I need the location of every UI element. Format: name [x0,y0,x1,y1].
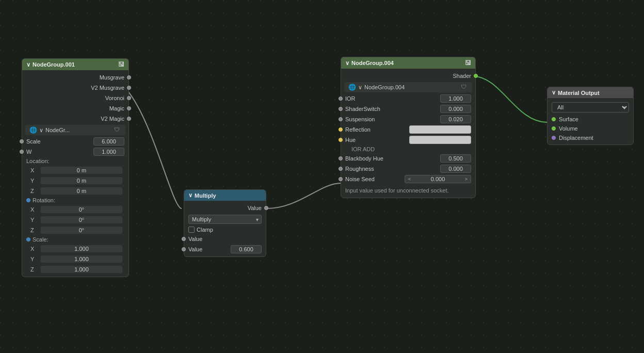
nodegroup004-title: NodeGroup.004 [351,60,394,66]
blackbody-hue-socket[interactable] [339,156,343,161]
all-dropdown-select[interactable]: All [552,102,629,113]
scale-row: Scale 6.000 [22,136,128,147]
v2musgrave-socket[interactable] [127,86,131,90]
location-label: Location: [22,157,128,165]
multiply-output-socket[interactable] [264,206,268,210]
material-output-header[interactable]: ∨ Material Output [548,87,633,98]
nodegroup001-inner-header: 🌐 ∨ NodeGr... 🛡 [25,125,125,135]
reflection-socket[interactable] [339,127,343,132]
location-z-value[interactable]: 0 m [41,187,122,195]
multiply-input1-socket[interactable] [182,237,186,241]
displacement-row: Displacement [548,133,633,142]
location-x-row: X 0 m [22,165,128,175]
clamp-row: Clamp [184,226,266,234]
noise-seed-left-arrow[interactable]: < [408,176,411,182]
all-dropdown-container[interactable]: All ▾ [552,102,629,113]
rotation-x-value[interactable]: 0° [41,206,122,213]
displacement-label: Displacement [559,135,593,141]
nodegroup004-header[interactable]: ∨ NodeGroup.004 🖫 [341,57,475,69]
volume-label: Volume [559,125,578,132]
multiply-input2-socket[interactable] [182,247,186,251]
scale-y-value[interactable]: 1.000 [41,255,122,263]
nodegroup004-body: Shader 🌐 ∨ NodeGroup.004 🛡 IOR 1.000 Sha… [341,69,475,198]
noise-seed-socket[interactable] [339,177,343,181]
shader-output-row: Shader [341,71,475,81]
output-musgrave: Musgrave [22,72,128,83]
musgrave-socket[interactable] [127,75,131,79]
w-socket[interactable] [20,150,24,154]
nodegroup004-save-icon[interactable]: 🖫 [465,59,471,67]
location-y-value[interactable]: 0 m [41,177,122,184]
blackbody-hue-value[interactable]: 0.500 [440,154,471,163]
w-row: W 1.000 [22,147,128,157]
multiply-node: ∨ Multiply Value Multiply Clamp Value [184,189,266,257]
multiply-operation-dropdown[interactable]: Multiply [188,215,262,224]
scale-value[interactable]: 6.000 [93,137,124,146]
magic-socket[interactable] [127,106,131,110]
rotation-label: Rotation: [33,197,55,203]
w-value[interactable]: 1.000 [93,148,124,156]
hue-value[interactable] [409,136,471,144]
material-output-title: Material Output [558,90,600,96]
rotation-y-value[interactable]: 0° [41,216,122,223]
scale-socket[interactable] [20,139,24,143]
ior-socket[interactable] [339,97,343,101]
noise-seed-field[interactable]: < 0.000 > [405,175,471,183]
shaderswitch-row: ShaderSwitch 0.000 [341,104,475,114]
material-output-node: ∨ Material Output All ▾ Surface Volume [547,87,634,145]
shaderswitch-socket[interactable] [339,107,343,111]
location-y-row: Y 0 m [22,175,128,186]
volume-socket[interactable] [552,126,556,131]
location-z-row: Z 0 m [22,186,128,196]
roughness-socket[interactable] [339,167,343,171]
nodegroup004-chevron: ∨ [358,84,362,91]
multiply-input1-row: Value [184,234,266,244]
surface-socket[interactable] [552,117,556,121]
v2magic-socket[interactable] [127,117,131,121]
shader-output-socket[interactable] [474,74,478,78]
multiply-operation-row: Multiply [184,213,266,226]
nodegroup001-collapse-icon[interactable]: ∨ [26,61,30,68]
surface-row: Surface [548,115,633,124]
material-output-collapse-icon[interactable]: ∨ [552,89,556,96]
reflection-value[interactable] [409,125,471,134]
nodegroup001-title: NodeGroup.001 [33,61,75,68]
rotation-socket[interactable] [26,198,30,202]
hue-socket[interactable] [339,138,343,142]
scale-x-row: X 1.000 [22,244,128,254]
nodegroup001-body: Musgrave V2 Musgrave Voronoi Magic V2 Ma… [22,70,128,277]
multiply-collapse-icon[interactable]: ∨ [188,192,192,199]
chevron-icon: ∨ [39,127,43,134]
ior-row: IOR 1.000 [341,93,475,104]
clamp-checkbox[interactable] [188,227,195,233]
scale-z-value[interactable]: 1.000 [41,266,122,273]
shaderswitch-value[interactable]: 0.000 [440,105,471,113]
tooltip-area: Input value used for unconnected socket. [341,184,475,196]
nodegroup004-collapse-icon[interactable]: ∨ [345,60,349,67]
multiply-input2-row: Value 0.600 [184,244,266,254]
ior-value[interactable]: 1.000 [440,94,471,103]
nodegroup001-header[interactable]: ∨ NodeGroup.001 🖫 [22,59,128,70]
nodegroup004-shield-icon: 🛡 [461,84,468,91]
multiply-output-row: Value [184,203,266,213]
rotation-x-row: X 0° [22,204,128,215]
multiply-input2-value[interactable]: 0.600 [231,245,262,253]
location-x-value[interactable]: 0 m [41,167,122,174]
displacement-socket[interactable] [552,136,556,140]
scale-z-row: Z 1.000 [22,264,128,275]
scale-x-value[interactable]: 1.000 [41,245,122,252]
rotation-z-value[interactable]: 0° [41,227,122,234]
noise-seed-right-arrow[interactable]: > [465,176,468,182]
multiply-header[interactable]: ∨ Multiply [184,190,266,201]
rotation-y-row: Y 0° [22,215,128,225]
suspension-row: Suspension 0.020 [341,114,475,124]
suspension-value[interactable]: 0.020 [440,115,471,123]
roughness-value[interactable]: 0.000 [440,165,471,173]
scale-vec-socket[interactable] [26,237,30,242]
volume-row: Volume [548,124,633,133]
surface-label: Surface [559,116,578,122]
voronoi-socket[interactable] [127,96,131,100]
nodegroup001-save-icon[interactable]: 🖫 [118,61,124,68]
ior-add-label: IOR ADD [341,145,475,153]
suspension-socket[interactable] [339,117,343,121]
